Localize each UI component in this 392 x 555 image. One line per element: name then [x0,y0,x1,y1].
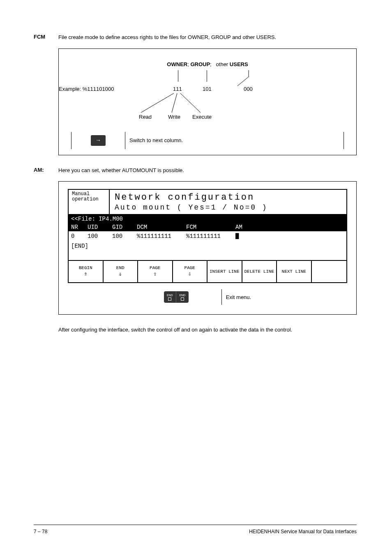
label-read: Read [139,114,152,120]
exit-text: Exit menu. [226,294,251,300]
manual-title: HEIDENHAIN Service Manual for Data Inter… [249,529,357,534]
cnc-sub: Auto mount ( Yes=1 / No=0 ) [110,203,346,214]
sk-page-up[interactable]: PAGE ⇧ [138,261,173,282]
page-footer: 7 – 78 HEIDENHAIN Service Manual for Dat… [34,529,357,534]
after-text: After configuring the interface, switch … [58,326,357,334]
cnc-cols: NR UID GID DCM FCM AM [69,223,346,231]
fcm-diagram: OWNER; GROUP; other USERS Example: %1111… [58,48,357,155]
hdr-users: USERS [230,61,248,67]
sk-insert-line[interactable]: INSERT LINE [208,261,242,282]
sk-begin[interactable]: BEGIN ⇑ [69,261,104,282]
fcm-label: FCM [34,34,58,41]
hdr-owner: OWNER [167,61,187,67]
cnc-spacer [69,251,346,260]
sk-page-down[interactable]: PAGE ⇩ [173,261,208,282]
row-dcm: %111111111 [137,233,186,240]
am-note-bar [221,289,222,305]
row-cursor: █ [235,233,239,240]
note-bar-l [71,132,71,149]
sk-begin-label: BEGIN [79,265,92,271]
arrow-down-bar-icon: ⇓ [119,271,122,278]
note-bar-r [344,132,344,149]
row-fcm: %111111111 [186,233,235,240]
endkey-l: END [167,294,173,297]
hdr-other: other [216,61,228,67]
label-exec: Execute [192,114,212,120]
fcm-header: OWNER; GROUP; other USERS [59,61,356,67]
am-footer: END END Exit menu. [68,289,347,305]
sk-paged-label: PAGE [184,265,195,271]
am-paragraph: AM: Here you can set, whether AUTOMOUNT … [34,167,357,174]
endkey-r: END [179,294,185,297]
am-text: Here you can set, whether AUTOMOUNT is p… [58,167,357,174]
sk-end-label: END [116,265,125,271]
sk-delete-label: DELETE LINE [244,269,274,274]
cnc-row: 0 100 100 %111111111 %111111111 █ [69,231,346,241]
row-uid: 100 [88,233,112,240]
val-000: 000 [244,86,253,92]
col-uid: UID [88,224,112,230]
am-screenshot: Manual operation Network configuration A… [58,181,357,315]
col-dcm: DCM [137,224,186,230]
svg-line-4 [180,93,201,113]
cnc-file: <<File: IP4.M00 [69,215,346,223]
sk-next-line[interactable]: NEXT LINE [277,261,312,282]
sk-delete-line[interactable]: DELETE LINE [242,261,277,282]
softkey-row: BEGIN ⇑ END ⇓ PAGE ⇧ PAGE ⇩ INSERT LINE [69,260,346,282]
cnc-title: Network configuration [110,190,346,203]
val-101: 101 [203,86,212,92]
sk-next-label: NEXT LINE [282,269,306,274]
sk-pageu-label: PAGE [150,265,160,271]
cnc-end: [END] [69,241,346,251]
hdr-group: GROUP [190,61,210,67]
note-bar-m [125,132,125,149]
line-group [207,70,207,82]
fcm-text: File create mode to define access rights… [58,34,357,41]
col-nr: NR [71,224,88,230]
svg-line-1 [238,77,249,86]
cnc-mode: Manual operation [69,190,110,214]
arrow-up-bar-icon: ⇑ [84,271,87,278]
col-gid: GID [112,224,137,230]
svg-line-3 [172,93,177,113]
sk-insert-label: INSERT LINE [210,269,240,274]
col-fcm: FCM [186,224,235,230]
arrow-down-icon: ⇩ [188,271,191,278]
example-text: Example: %111101000 [59,86,114,92]
line-owner [178,70,178,82]
val-111: 111 [173,86,182,92]
switch-text: Switch to next column. [129,137,183,143]
arrow-up-icon: ⇧ [153,271,157,278]
label-write: Write [168,114,180,120]
svg-line-2 [141,93,174,113]
am-label: AM: [34,167,58,174]
switch-note: Switch to next column. [67,132,348,149]
page-number: 7 – 78 [34,529,47,534]
sk-empty [312,261,347,282]
right-arrow-key-icon [91,135,106,146]
row-gid: 100 [112,233,137,240]
sk-end[interactable]: END ⇓ [104,261,138,282]
cnc-window: Manual operation Network configuration A… [68,189,347,283]
col-am: AM [235,224,252,230]
fcm-paragraph: FCM File create mode to define access ri… [34,34,357,41]
row-nr: 0 [71,233,88,240]
end-key-icon: END END [164,291,189,303]
